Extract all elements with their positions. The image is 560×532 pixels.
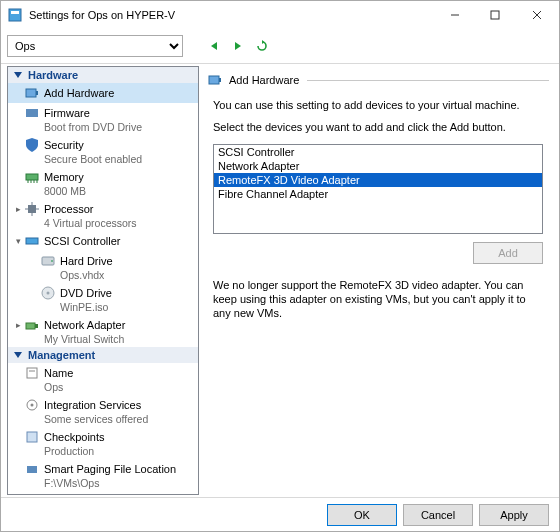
sidebar-item-hard-drive[interactable]: Hard Drive Ops.vhdx <box>8 251 198 283</box>
svg-rect-11 <box>36 91 38 95</box>
memory-icon <box>24 169 40 185</box>
hardware-section-header: Hardware <box>8 67 198 83</box>
sidebar-item-label: Network Adapter <box>44 319 125 331</box>
add-hardware-icon <box>24 85 40 101</box>
minimize-button[interactable] <box>435 1 475 29</box>
expand-icon[interactable]: ▸ <box>12 319 24 331</box>
sidebar-item-label: Checkpoints <box>44 431 105 443</box>
sidebar-item-label: Smart Paging File Location <box>44 463 176 475</box>
list-item[interactable]: Network Adapter <box>214 159 542 173</box>
paging-icon <box>24 461 40 477</box>
sidebar-item-label: Security <box>44 139 84 151</box>
dvd-icon <box>40 285 56 301</box>
toolbar: Ops <box>1 29 559 63</box>
hard-drive-icon <box>40 253 56 269</box>
sidebar-item-integration-services[interactable]: Integration Services Some services offer… <box>8 395 198 427</box>
content-panel: Add Hardware You can use this setting to… <box>201 64 559 497</box>
sidebar-item-label: Name <box>44 367 73 379</box>
name-icon <box>24 365 40 381</box>
dialog-footer: OK Cancel Apply <box>1 497 559 531</box>
management-section-header: Management <box>8 347 198 363</box>
settings-window: Settings for Ops on HYPER-V Ops Hardware <box>0 0 560 532</box>
sidebar-item-add-hardware[interactable]: Add Hardware <box>8 83 198 103</box>
sidebar-item-sub: Ops <box>8 381 198 393</box>
maximize-button[interactable] <box>475 1 515 29</box>
media-refresh-icon[interactable] <box>253 37 271 55</box>
sidebar-item-label: Memory <box>44 171 84 183</box>
sidebar-item-name[interactable]: Name Ops <box>8 363 198 395</box>
checkpoints-icon <box>24 429 40 445</box>
app-icon <box>7 7 23 23</box>
svg-marker-9 <box>14 72 22 78</box>
svg-rect-40 <box>219 78 221 82</box>
svg-rect-0 <box>9 9 21 21</box>
collapse-icon <box>12 70 24 82</box>
cancel-button[interactable]: Cancel <box>403 504 473 526</box>
sidebar-item-scsi-controller[interactable]: ▾ SCSI Controller <box>8 231 198 251</box>
sidebar-item-firmware[interactable]: Firmware Boot from DVD Drive <box>8 103 198 135</box>
sidebar-item-label: Firmware <box>44 107 90 119</box>
processor-icon <box>24 201 40 217</box>
auto-start-icon <box>24 493 40 495</box>
sidebar-item-checkpoints[interactable]: Checkpoints Production <box>8 427 198 459</box>
firmware-icon <box>24 105 40 121</box>
panel-title: Add Hardware <box>229 74 299 86</box>
body: Hardware Add Hardware Firmware Boot from… <box>1 63 559 497</box>
hardware-header-label: Hardware <box>28 69 78 81</box>
divider <box>307 80 549 81</box>
list-item[interactable]: SCSI Controller <box>214 145 542 159</box>
sidebar-item-memory[interactable]: Memory 8000 MB <box>8 167 198 199</box>
sidebar-item-network-adapter[interactable]: ▸ Network Adapter My Virtual Switch <box>8 315 198 347</box>
sidebar-item-auto-start[interactable]: Automatic Start Action Restart if previo… <box>8 491 198 495</box>
sidebar-item-sub: Ops.vhdx <box>8 269 198 281</box>
media-next-icon[interactable] <box>229 37 247 55</box>
svg-rect-36 <box>27 466 37 473</box>
svg-rect-10 <box>26 89 36 97</box>
window-buttons <box>435 1 559 29</box>
svg-marker-30 <box>14 352 22 358</box>
sidebar-item-sub: 4 Virtual processors <box>8 217 198 229</box>
sidebar-item-dvd-drive[interactable]: DVD Drive WinPE.iso <box>8 283 198 315</box>
panel-desc-1: You can use this setting to add devices … <box>213 98 549 112</box>
svg-rect-28 <box>26 323 35 329</box>
vm-selector[interactable]: Ops <box>7 35 183 57</box>
svg-rect-13 <box>26 174 38 180</box>
hardware-listbox[interactable]: SCSI Controller Network Adapter RemoteFX… <box>213 144 543 234</box>
svg-marker-7 <box>235 42 241 50</box>
svg-rect-39 <box>209 76 219 84</box>
apply-button[interactable]: Apply <box>479 504 549 526</box>
collapse-icon[interactable]: ▾ <box>12 235 24 247</box>
scsi-icon <box>24 233 40 249</box>
list-item-selected[interactable]: RemoteFX 3D Video Adapter <box>214 173 542 187</box>
sidebar-item-sub: Boot from DVD Drive <box>8 121 198 133</box>
svg-rect-1 <box>11 11 19 14</box>
close-button[interactable] <box>515 1 559 29</box>
window-title: Settings for Ops on HYPER-V <box>29 9 435 21</box>
panel-note: We no longer support the RemoteFX 3D vid… <box>213 278 543 320</box>
settings-sidebar[interactable]: Hardware Add Hardware Firmware Boot from… <box>7 66 199 495</box>
sidebar-item-smart-paging[interactable]: Smart Paging File Location F:\VMs\Ops <box>8 459 198 491</box>
add-button-row: Add <box>207 240 549 272</box>
sidebar-item-label: Integration Services <box>44 399 141 411</box>
add-button[interactable]: Add <box>473 242 543 264</box>
sidebar-item-label: SCSI Controller <box>44 235 120 247</box>
integration-icon <box>24 397 40 413</box>
titlebar: Settings for Ops on HYPER-V <box>1 1 559 29</box>
media-prev-icon[interactable] <box>205 37 223 55</box>
sidebar-item-sub: Secure Boot enabled <box>8 153 198 165</box>
collapse-icon <box>12 350 24 362</box>
list-item[interactable]: Fibre Channel Adapter <box>214 187 542 201</box>
sidebar-item-sub: 8000 MB <box>8 185 198 197</box>
svg-point-34 <box>31 404 34 407</box>
sidebar-item-label: DVD Drive <box>60 287 112 299</box>
svg-rect-29 <box>35 324 38 328</box>
sidebar-item-sub: My Virtual Switch <box>8 333 198 345</box>
sidebar-item-security[interactable]: Security Secure Boot enabled <box>8 135 198 167</box>
svg-point-27 <box>47 292 50 295</box>
ok-button[interactable]: OK <box>327 504 397 526</box>
panel-header: Add Hardware <box>207 72 549 88</box>
svg-rect-18 <box>28 205 36 213</box>
sidebar-item-processor[interactable]: ▸ Processor 4 Virtual processors <box>8 199 198 231</box>
panel-desc-2: Select the devices you want to add and c… <box>213 120 549 134</box>
expand-icon[interactable]: ▸ <box>12 203 24 215</box>
